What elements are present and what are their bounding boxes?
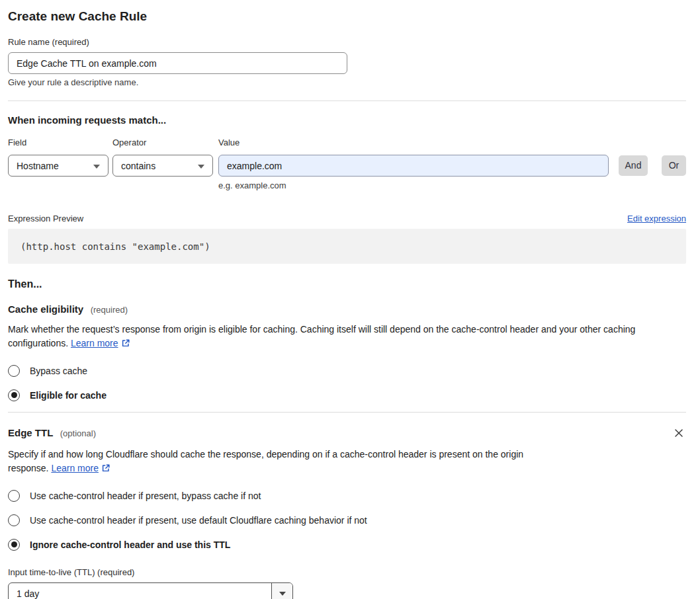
- ttl-label: Input time-to-live (TTL) (required): [8, 567, 686, 578]
- radio-icon: [8, 539, 20, 551]
- expression-code-box: (http.host contains "example.com"): [8, 229, 686, 264]
- create-cache-rule-form: Create new Cache Rule Rule name (require…: [0, 0, 700, 599]
- rule-name-input[interactable]: [8, 52, 347, 74]
- radio-eligible-for-cache[interactable]: Eligible for cache: [8, 383, 686, 407]
- cache-eligibility-header: Cache eligibility (required): [8, 303, 686, 315]
- operator-select[interactable]: contains: [112, 155, 213, 177]
- operator-label: Operator: [112, 138, 218, 148]
- radio-icon: [8, 389, 20, 401]
- learn-more-link[interactable]: Learn more: [51, 463, 99, 473]
- value-input[interactable]: [218, 155, 609, 177]
- edge-ttl-description: Specify if and how long Cloudflare shoul…: [8, 448, 564, 477]
- operator-select-value: contains: [121, 161, 155, 171]
- edge-ttl-heading: Edge TTL: [8, 427, 53, 438]
- rule-name-label: Rule name (required): [8, 37, 686, 48]
- ttl-combobox[interactable]: 1 day: [8, 582, 293, 599]
- chevron-down-icon: [198, 165, 204, 169]
- ttl-value[interactable]: 1 day: [9, 583, 271, 599]
- value-label: Value: [218, 138, 240, 148]
- divider: [8, 412, 686, 413]
- ttl-section: Input time-to-live (TTL) (required) 1 da…: [8, 567, 686, 599]
- radio-icon: [8, 490, 20, 502]
- close-icon[interactable]: [672, 426, 686, 440]
- edge-ttl-options: Use cache-control header if present, byp…: [8, 483, 686, 557]
- radio-icon: [8, 365, 20, 377]
- cache-eligibility-qualifier: (required): [91, 305, 128, 315]
- radio-ignore-header-use-ttl[interactable]: Ignore cache-control header and use this…: [8, 532, 686, 557]
- cache-eligibility-heading: Cache eligibility: [8, 303, 83, 315]
- rule-name-helper: Give your rule a descriptive name.: [8, 77, 686, 88]
- ttl-dropdown-button[interactable]: [271, 583, 292, 599]
- external-link-icon: [121, 338, 130, 352]
- expression-preview-row: Expression Preview Edit expression: [8, 214, 686, 223]
- chevron-down-icon: [93, 165, 100, 169]
- radio-icon: [8, 514, 20, 526]
- expression-preview-label: Expression Preview: [8, 214, 83, 223]
- cache-eligibility-options: Bypass cache Eligible for cache: [8, 358, 686, 407]
- edit-expression-link[interactable]: Edit expression: [627, 214, 686, 223]
- expression-code: (http.host contains "example.com"): [21, 241, 210, 252]
- chevron-down-icon: [279, 592, 286, 596]
- field-select-value: Hostname: [17, 161, 59, 171]
- page-title: Create new Cache Rule: [8, 9, 686, 24]
- match-column-labels: Field Operator Value: [8, 138, 686, 148]
- match-controls-row: Hostname contains And Or: [8, 155, 686, 177]
- and-button[interactable]: And: [619, 155, 648, 176]
- learn-more-link[interactable]: Learn more: [71, 338, 118, 348]
- cache-eligibility-description: Mark whether the request’s response from…: [8, 323, 678, 352]
- edge-ttl-qualifier: (optional): [60, 428, 96, 438]
- radio-bypass-cache[interactable]: Bypass cache: [8, 358, 686, 383]
- match-heading: When incoming requests match...: [8, 114, 686, 126]
- edge-ttl-header: Edge TTL (optional): [8, 426, 686, 440]
- external-link-icon: [101, 463, 110, 477]
- field-select[interactable]: Hostname: [8, 155, 109, 177]
- divider: [8, 100, 686, 101]
- radio-use-header-default[interactable]: Use cache-control header if present, use…: [8, 508, 686, 532]
- rule-name-section: Rule name (required) Give your rule a de…: [8, 37, 686, 88]
- then-heading: Then...: [8, 278, 686, 291]
- field-label: Field: [8, 138, 112, 148]
- or-button[interactable]: Or: [662, 155, 686, 176]
- value-helper: e.g. example.com: [218, 180, 686, 191]
- radio-use-header-bypass[interactable]: Use cache-control header if present, byp…: [8, 483, 686, 508]
